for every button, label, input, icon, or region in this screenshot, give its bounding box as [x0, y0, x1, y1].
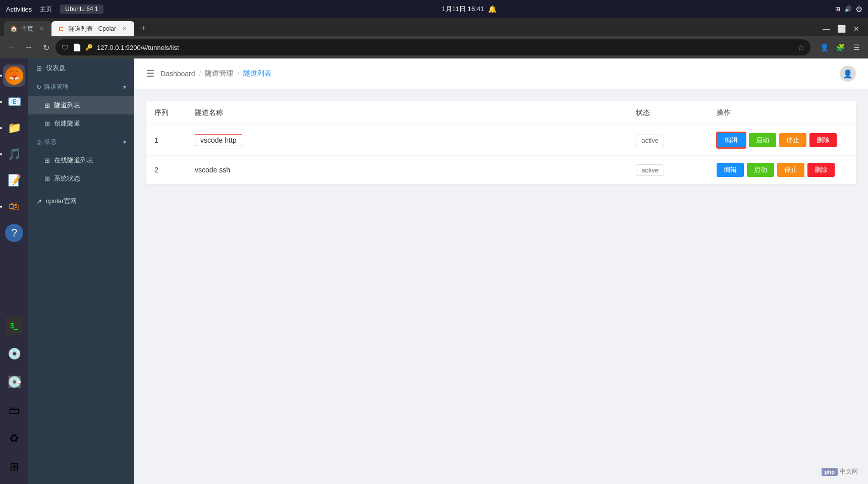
dock-disc-icon[interactable]: 💿 — [3, 343, 25, 365]
browser-window: 🏠 主页 ✕ C 隧道列表 - Cpolar ✕ + — ⬜ ✕ ← → ↻ — [0, 18, 868, 484]
dashboard-label: 仪表盘 — [46, 64, 66, 73]
external-link-icon: ↗ — [36, 198, 42, 205]
tab-home-label: 主页 — [21, 25, 33, 33]
sidebar-item-create-tunnel[interactable]: ⊞ 创建隧道 — [28, 114, 134, 133]
dock-trash-icon[interactable]: ♻ — [3, 428, 25, 450]
breadcrumb-dashboard[interactable]: Dashboard — [160, 70, 195, 78]
dock-firefox-icon[interactable]: 🦊 — [3, 65, 25, 87]
tab-home-favicon: 🏠 — [10, 25, 17, 32]
bookmark-icon[interactable]: ☆ — [797, 43, 804, 52]
sidebar-item-system-status[interactable]: ⊞ 系统状态 — [28, 169, 134, 188]
volume-icon[interactable]: 🔊 — [844, 6, 852, 13]
tunnel-list-label: 隧道列表 — [54, 101, 80, 110]
dock-rhythmbox-icon[interactable]: 🎵 — [3, 143, 25, 165]
network-icon[interactable]: ⊞ — [835, 6, 840, 13]
back-button[interactable]: ← — [4, 40, 19, 55]
main-content: ☰ Dashboard / 隧道管理 / 隧道列表 👤 — [134, 58, 868, 484]
row1-index: 1 — [154, 136, 195, 144]
cpolar-site-label: cpolar官网 — [46, 197, 77, 206]
table-row: 2 vscode ssh active 编辑 启动 停止 删除 — [146, 156, 856, 185]
tab-bar: 🏠 主页 ✕ C 隧道列表 - Cpolar ✕ + — ⬜ ✕ — [0, 18, 868, 36]
extensions-button[interactable]: 🧩 — [833, 40, 848, 55]
row1-delete-button[interactable]: 删除 — [809, 133, 837, 147]
row2-stop-button[interactable]: 停止 — [777, 163, 804, 177]
table-row: 1 vscode http active 编辑 启动 停止 删除 — [146, 125, 856, 156]
dock-grid-icon[interactable]: ⊞ — [3, 456, 25, 478]
col-header-index: 序列 — [154, 108, 195, 117]
menu-button[interactable]: ☰ — [849, 40, 864, 55]
row1-stop-button[interactable]: 停止 — [779, 133, 806, 147]
new-tab-button[interactable]: + — [136, 21, 150, 35]
page-content: 🦊 📧 📁 🎵 📝 🛍 ? — [0, 58, 868, 484]
tab-home[interactable]: 🏠 主页 ✕ — [4, 21, 51, 36]
breadcrumb-sep-2: / — [237, 70, 239, 78]
tunnel-mgmt-icon: ↻ — [36, 84, 41, 91]
minimize-button[interactable]: — — [819, 21, 834, 36]
row2-index: 2 — [154, 166, 195, 174]
row2-delete-button[interactable]: 删除 — [807, 163, 835, 177]
row1-tunnel-name: vscode http — [195, 134, 242, 146]
dock-files-icon[interactable]: 📁 — [3, 117, 25, 139]
profile-button[interactable]: 👤 — [817, 40, 832, 55]
row1-status-cell: active — [636, 135, 717, 146]
content-area: 序列 隧道名称 状态 操作 1 vscode http active — [134, 89, 868, 197]
status-section-icon: ◎ — [36, 139, 41, 146]
navigation-bar: ← → ↻ 🛡 📄 🔑 127.0.0.1:9200/#/tunnels/lis… — [0, 36, 868, 58]
tunnel-list-icon: ⊞ — [44, 102, 50, 109]
window-controls: — ⬜ ✕ — [819, 21, 864, 36]
datetime-display: 1月11日 16:41 — [442, 5, 484, 14]
dock-software-icon[interactable]: 🛍 — [3, 196, 25, 218]
row1-name-cell: vscode http — [195, 134, 636, 146]
row2-edit-button[interactable]: 编辑 — [717, 163, 744, 177]
tab-cpolar[interactable]: C 隧道列表 - Cpolar ✕ — [51, 21, 134, 36]
close-button[interactable]: ✕ — [849, 21, 864, 36]
activities-button[interactable]: Activities — [6, 6, 32, 13]
sidebar-toggle-icon[interactable]: ☰ — [146, 68, 154, 79]
sidebar-section-status[interactable]: ◎ 状态 ▾ — [28, 133, 134, 151]
create-tunnel-icon: ⊞ — [44, 120, 50, 128]
taskbar-tab-browser[interactable]: Ubuntu 64 1 — [60, 5, 103, 14]
php-badge: php — [822, 468, 838, 476]
dock-email-icon[interactable]: 📧 — [3, 91, 25, 113]
maximize-button[interactable]: ⬜ — [834, 21, 849, 36]
security-icon: 🛡 — [62, 43, 69, 51]
sidebar-section-tunnel-mgmt[interactable]: ↻ 隧道管理 ▾ — [28, 78, 134, 96]
refresh-button[interactable]: ↻ — [38, 40, 53, 55]
php-watermark: php 中文网 — [822, 467, 858, 476]
row1-edit-button[interactable]: 编辑 — [717, 132, 746, 148]
header-user-avatar[interactable]: 👤 — [840, 66, 856, 82]
online-tunnels-label: 在线隧道列表 — [54, 156, 93, 165]
sidebar-item-tunnel-list[interactable]: ⊞ 隧道列表 — [28, 96, 134, 114]
power-icon[interactable]: ⏻ — [856, 6, 862, 13]
row1-start-button[interactable]: 启动 — [749, 133, 776, 147]
breadcrumb-current: 隧道列表 — [243, 69, 272, 78]
page-icon: 📄 — [73, 43, 81, 51]
dock-help-icon[interactable]: ? — [5, 224, 23, 242]
row2-status-cell: active — [636, 164, 717, 176]
row2-start-button[interactable]: 启动 — [747, 163, 774, 177]
taskbar-tab-home[interactable]: 主页 — [40, 5, 52, 14]
table-header: 序列 隧道名称 状态 操作 — [146, 101, 856, 125]
tab-cpolar-close[interactable]: ✕ — [120, 25, 128, 33]
forward-button[interactable]: → — [21, 40, 36, 55]
breadcrumb: Dashboard / 隧道管理 / 隧道列表 — [160, 69, 272, 78]
row2-tunnel-name: vscode ssh — [195, 166, 230, 174]
dock-disc2-icon[interactable]: 💽 — [3, 371, 25, 393]
notification-bell-icon[interactable]: 🔔 — [488, 5, 497, 13]
sidebar-item-dashboard[interactable]: ⊞ 仪表盘 — [28, 58, 134, 78]
dock-libreoffice-icon[interactable]: 📝 — [3, 169, 25, 192]
breadcrumb-tunnel-mgmt[interactable]: 隧道管理 — [205, 69, 233, 78]
sidebar-item-online-tunnels[interactable]: ⊞ 在线隧道列表 — [28, 151, 134, 169]
sidebar-item-cpolar-site[interactable]: ↗ cpolar官网 — [28, 192, 134, 211]
row1-status-badge: active — [636, 135, 664, 146]
col-header-actions: 操作 — [717, 108, 848, 117]
dock-document-icon[interactable]: 🗃 — [3, 399, 25, 421]
page-header: ☰ Dashboard / 隧道管理 / 隧道列表 👤 — [134, 58, 868, 89]
row1-actions: 编辑 启动 停止 删除 — [717, 132, 848, 148]
dock-terminal-icon[interactable]: $_ — [5, 317, 23, 335]
status-section-label: 状态 — [44, 138, 57, 146]
address-bar[interactable]: 🛡 📄 🔑 127.0.0.1:9200/#/tunnels/list ☆ — [56, 39, 810, 55]
url-display[interactable]: 127.0.0.1:9200/#/tunnels/list — [97, 44, 793, 51]
desktop-taskbar: Activities 主页 Ubuntu 64 1 1月11日 16:41 🔔 … — [0, 0, 868, 18]
tab-home-close[interactable]: ✕ — [37, 25, 45, 33]
